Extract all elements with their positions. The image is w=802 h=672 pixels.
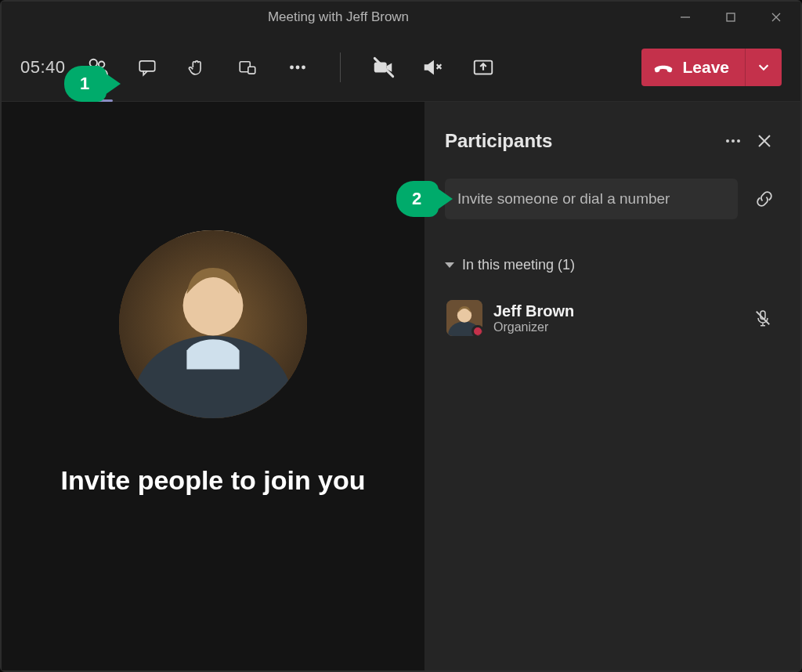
participants-panel-header: Participants xyxy=(445,125,780,157)
minimize-icon xyxy=(680,12,691,23)
leave-button-main[interactable]: Leave xyxy=(641,49,746,86)
leave-label: Leave xyxy=(682,58,729,77)
mic-off-icon xyxy=(753,309,772,327)
participant-role: Organizer xyxy=(493,320,574,334)
leave-button[interactable]: Leave xyxy=(641,49,782,86)
toolbar-divider xyxy=(340,52,341,82)
close-icon xyxy=(771,12,782,23)
chevron-down-icon xyxy=(445,262,454,268)
more-icon xyxy=(286,56,309,79)
more-actions-button[interactable] xyxy=(273,45,323,89)
hang-up-icon xyxy=(652,56,674,78)
video-stage: Invite people to join you xyxy=(2,102,424,670)
camera-off-icon xyxy=(371,56,395,79)
participant-info: Jeff Brown Organizer xyxy=(493,302,574,334)
chevron-down-icon xyxy=(757,60,771,74)
presence-busy-icon xyxy=(471,325,482,336)
raise-hand-icon xyxy=(187,57,208,78)
self-avatar xyxy=(119,230,307,418)
share-screen-button[interactable] xyxy=(458,45,508,89)
chat-icon xyxy=(137,57,157,78)
in-meeting-label: In this meeting (1) xyxy=(462,257,575,273)
rooms-icon xyxy=(237,57,258,78)
participants-panel: Participants 2 xyxy=(424,102,800,670)
participant-avatar xyxy=(446,300,482,336)
window-title: Meeting with Jeff Brown xyxy=(14,9,663,25)
panel-more-button[interactable] xyxy=(717,125,749,157)
camera-toggle-button[interactable] xyxy=(358,45,408,89)
audio-toggle-button[interactable] xyxy=(408,45,458,89)
participant-row[interactable]: Jeff Brown Organizer xyxy=(445,294,780,342)
panel-close-button[interactable] xyxy=(749,125,780,157)
in-meeting-section-header[interactable]: In this meeting (1) xyxy=(445,257,780,273)
raise-hand-button[interactable] xyxy=(172,45,222,89)
participants-button[interactable] xyxy=(72,45,122,89)
svg-rect-0 xyxy=(727,13,735,21)
copy-link-icon xyxy=(754,189,775,209)
participant-mic-button[interactable] xyxy=(747,302,779,334)
close-window-button[interactable] xyxy=(753,2,799,33)
people-icon xyxy=(85,56,109,79)
chat-button[interactable] xyxy=(122,45,172,89)
copy-link-button[interactable] xyxy=(749,183,780,215)
participants-panel-title: Participants xyxy=(445,130,717,152)
app-window: Meeting with Jeff Brown 05:40 1 xyxy=(0,0,802,672)
svg-point-8 xyxy=(302,65,305,69)
invite-message: Invite people to join you xyxy=(60,465,365,496)
breakout-rooms-button[interactable] xyxy=(222,45,273,89)
svg-rect-5 xyxy=(247,67,255,74)
svg-rect-3 xyxy=(139,60,155,70)
invite-input[interactable] xyxy=(445,179,738,219)
svg-point-7 xyxy=(295,65,299,69)
meeting-toolbar: 05:40 1 xyxy=(2,33,800,102)
svg-point-14 xyxy=(726,139,729,143)
svg-point-2 xyxy=(98,61,104,67)
leave-options-button[interactable] xyxy=(746,49,782,86)
call-timer: 05:40 xyxy=(20,57,66,78)
svg-point-15 xyxy=(732,139,735,143)
meeting-body: Invite people to join you Participants 2 xyxy=(2,102,800,670)
minimize-button[interactable] xyxy=(663,2,708,33)
maximize-button[interactable] xyxy=(708,2,753,33)
maximize-icon xyxy=(725,12,736,23)
svg-point-1 xyxy=(89,59,96,66)
svg-rect-9 xyxy=(374,62,386,72)
svg-point-6 xyxy=(290,65,294,69)
title-bar: Meeting with Jeff Brown xyxy=(2,2,800,33)
svg-point-16 xyxy=(737,139,740,143)
close-icon xyxy=(757,133,772,149)
share-screen-icon xyxy=(471,56,495,79)
more-icon xyxy=(724,132,742,150)
participant-name: Jeff Brown xyxy=(493,302,574,320)
window-controls xyxy=(663,2,799,33)
speaker-off-icon xyxy=(421,56,445,79)
